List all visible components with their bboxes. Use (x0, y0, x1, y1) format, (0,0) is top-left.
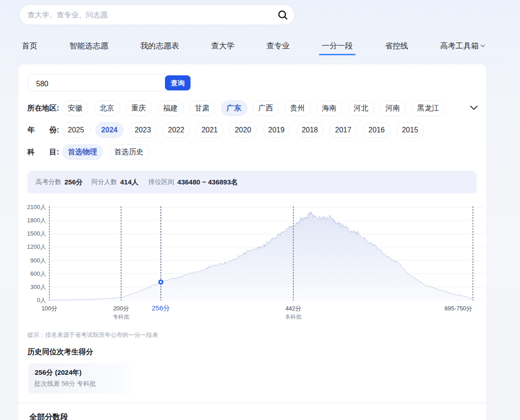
svg-text:900人: 900人 (30, 257, 46, 264)
svg-text:专科批: 专科批 (113, 314, 129, 320)
svg-text:600人: 600人 (30, 270, 46, 277)
svg-text:695-750分: 695-750分 (445, 305, 472, 312)
svg-text:2100人: 2100人 (27, 204, 46, 210)
svg-text:300人: 300人 (30, 284, 46, 290)
svg-text:1500人: 1500人 (27, 230, 46, 237)
svg-text:1800人: 1800人 (27, 217, 46, 224)
svg-text:本科批: 本科批 (285, 314, 302, 320)
svg-text:442分: 442分 (286, 305, 302, 312)
svg-text:0人: 0人 (37, 297, 46, 304)
svg-text:256分: 256分 (152, 304, 170, 312)
svg-text:100分: 100分 (42, 305, 58, 312)
svg-text:1200人: 1200人 (27, 243, 46, 250)
svg-text:200分: 200分 (113, 305, 129, 312)
